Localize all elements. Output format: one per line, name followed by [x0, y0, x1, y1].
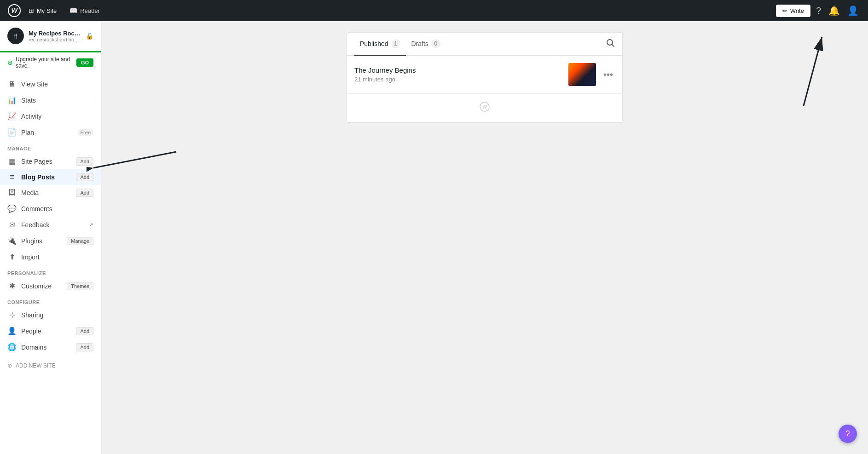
configure-section-label: Configure — [0, 294, 101, 307]
main-layout: 🍴 My Recipes Rock So Hard recipesrocksha… — [0, 21, 868, 454]
svg-line-5 — [804, 37, 822, 106]
sidebar-nav: 🖥 View Site 📊 Stats — 📈 Activity 📄 Plan … — [0, 73, 101, 359]
sidebar-item-domains[interactable]: 🌐 Domains Add — [0, 339, 101, 355]
sharing-label: Sharing — [21, 311, 93, 319]
add-new-site[interactable]: ⊕ ADD NEW SITE — [0, 359, 101, 373]
reader-nav-item[interactable]: 📖 Reader — [64, 4, 105, 17]
top-nav-left: W ⊞ My Site 📖 Reader — [7, 4, 105, 17]
people-icon: 👤 — [7, 327, 17, 335]
tab-published-label: Published — [360, 40, 388, 47]
write-label: Write — [790, 7, 804, 14]
media-icon: 🖼 — [7, 189, 17, 197]
sidebar-item-site-pages[interactable]: ▦ Site Pages Add — [0, 153, 101, 169]
avatar-icon[interactable]: 👤 — [845, 3, 861, 18]
upgrade-text: Upgrade your site and save. — [16, 56, 76, 69]
wp-logo-circle: W — [8, 4, 21, 17]
domains-add-button[interactable]: Add — [76, 343, 93, 351]
mysite-nav-item[interactable]: ⊞ My Site — [23, 4, 62, 17]
site-pages-label: Site Pages — [21, 158, 71, 165]
people-add-button[interactable]: Add — [76, 327, 93, 335]
wp-logo[interactable]: W — [7, 4, 21, 17]
activity-label: Activity — [21, 113, 93, 120]
site-header[interactable]: 🍴 My Recipes Rock So Hard recipesrocksha… — [0, 21, 101, 51]
sidebar-item-import[interactable]: ⬆ Import — [0, 249, 101, 265]
view-site-label: View Site — [21, 80, 93, 88]
sidebar-item-plugins[interactable]: 🔌 Plugins Manage — [0, 233, 101, 249]
write-icon: ✏ — [782, 7, 787, 14]
post-time: 21 minutes ago — [354, 76, 563, 83]
sidebar-item-stats[interactable]: 📊 Stats — — [0, 92, 101, 108]
comments-label: Comments — [21, 205, 93, 213]
notifications-icon[interactable]: 🔔 — [827, 3, 842, 18]
blog-posts-add-button[interactable]: Add — [76, 173, 93, 181]
avatar-text: 🍴 — [13, 34, 18, 39]
domains-icon: 🌐 — [7, 343, 17, 351]
posts-panel: Published 1 Drafts 0 The Journey Beg — [347, 32, 623, 123]
view-site-icon: 🖥 — [7, 80, 17, 88]
mysite-label: My Site — [37, 7, 57, 14]
go-button[interactable]: GO — [76, 58, 93, 67]
plugins-manage-button[interactable]: Manage — [67, 237, 93, 245]
site-pages-add-button[interactable]: Add — [76, 157, 93, 166]
upgrade-bar: ⊕ Upgrade your site and save. GO — [0, 51, 101, 73]
sidebar-item-sharing[interactable]: ⊹ Sharing — [0, 307, 101, 323]
site-info: My Recipes Rock So Hard recipesrockshard… — [29, 30, 81, 42]
post-item: The Journey Begins 21 minutes ago ••• — [347, 56, 622, 94]
svg-text:W: W — [482, 104, 487, 109]
tab-drafts[interactable]: Drafts 0 — [406, 33, 446, 56]
blog-posts-label: Blog Posts — [21, 173, 71, 181]
sidebar-item-feedback[interactable]: ✉ Feedback ↗ — [0, 217, 101, 233]
external-link-icon: ↗ — [89, 222, 93, 228]
tab-drafts-label: Drafts — [411, 40, 428, 47]
customize-label: Customize — [21, 282, 62, 290]
import-label: Import — [21, 253, 93, 261]
top-navigation: W ⊞ My Site 📖 Reader ✏ Write ? 🔔 👤 — [0, 0, 868, 21]
wp-footer: W — [347, 94, 622, 122]
write-button[interactable]: ✏ Write — [776, 5, 810, 17]
themes-button[interactable]: Themes — [67, 282, 93, 290]
sidebar: 🍴 My Recipes Rock So Hard recipesrocksha… — [0, 21, 101, 454]
feedback-label: Feedback — [21, 221, 84, 229]
help-icon[interactable]: ? — [814, 4, 823, 18]
sidebar-item-customize[interactable]: ✱ Customize Themes — [0, 278, 101, 294]
sharing-icon: ⊹ — [7, 310, 17, 319]
search-button[interactable] — [606, 38, 615, 50]
plan-label: Plan — [21, 129, 73, 136]
reader-label: Reader — [80, 7, 100, 14]
customize-icon: ✱ — [7, 282, 17, 290]
sidebar-item-activity[interactable]: 📈 Activity — [0, 108, 101, 124]
plugins-label: Plugins — [21, 237, 62, 245]
stats-icon: 📊 — [7, 96, 17, 104]
post-thumbnail — [568, 63, 596, 86]
sidebar-item-people[interactable]: 👤 People Add — [0, 323, 101, 339]
import-icon: ⬆ — [7, 253, 17, 261]
upgrade-icon: ⊕ — [7, 59, 13, 66]
post-menu-button[interactable]: ••• — [602, 68, 615, 82]
lock-icon: 🔒 — [86, 32, 93, 40]
personalize-section-label: Personalize — [0, 265, 101, 278]
upgrade-text-group: ⊕ Upgrade your site and save. — [7, 56, 76, 69]
site-pages-icon: ▦ — [7, 157, 17, 166]
sidebar-item-plan[interactable]: 📄 Plan Free — [0, 124, 101, 140]
help-button[interactable]: ? — [839, 425, 857, 443]
wp-footer-logo: W — [479, 101, 490, 115]
site-name: My Recipes Rock So Hard — [29, 30, 81, 37]
sidebar-item-comments[interactable]: 💬 Comments — [0, 201, 101, 217]
add-new-site-plus: ⊕ — [7, 362, 12, 369]
activity-icon: 📈 — [7, 112, 17, 121]
tabs-bar: Published 1 Drafts 0 — [347, 33, 622, 56]
site-avatar: 🍴 — [7, 28, 24, 44]
post-title[interactable]: The Journey Begins — [354, 66, 563, 74]
arrow-left-annotation — [101, 143, 179, 179]
help-icon: ? — [846, 430, 850, 438]
sidebar-item-view-site[interactable]: 🖥 View Site — [0, 76, 101, 92]
tab-published-count: 1 — [391, 39, 400, 48]
media-label: Media — [21, 189, 71, 196]
sidebar-item-media[interactable]: 🖼 Media Add — [0, 185, 101, 201]
sidebar-item-blog-posts[interactable]: ≡ Blog Posts Add — [0, 169, 101, 185]
wp-logo-text: W — [11, 7, 17, 14]
tab-published[interactable]: Published 1 — [354, 33, 406, 56]
media-add-button[interactable]: Add — [76, 189, 93, 197]
add-new-site-label: ADD NEW SITE — [16, 362, 56, 369]
stats-dash: — — [88, 98, 93, 103]
